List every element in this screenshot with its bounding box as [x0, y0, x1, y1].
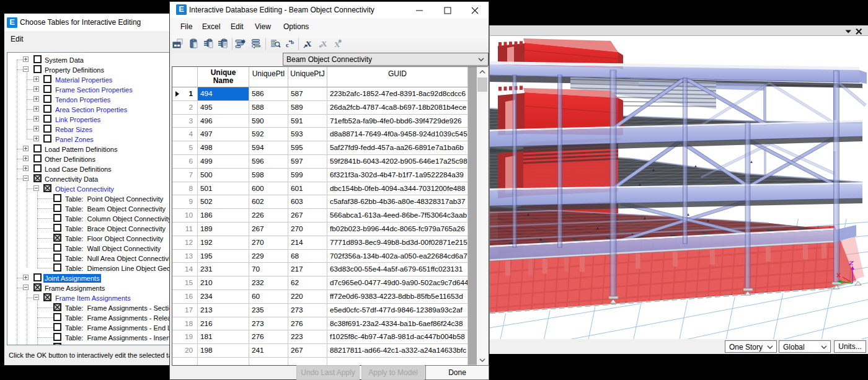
table-row[interactable]: 2019824126788217811-ad66-42c1-a332-a24a1… [172, 344, 468, 358]
close-button[interactable] [461, 2, 489, 18]
checkbox[interactable] [43, 95, 51, 103]
tree-item-label[interactable]: Rebar Sizes [54, 125, 94, 134]
expand-icon[interactable] [33, 76, 39, 82]
table-row[interactable]: 182162732768c38f691-23a2-4334-ba1b-6aef8… [172, 317, 468, 331]
table-row[interactable]: 1623460220ff72e0d6-9383-4223-8dbb-85fb5e… [172, 290, 468, 304]
tree-item-label[interactable]: Table: Frame Assignments - Insertion [64, 334, 170, 342]
tree-item[interactable]: Rebar Sizes [7, 124, 170, 134]
tree-item-label[interactable]: Material Properties [54, 76, 113, 84]
tree-item-label[interactable]: Load Pattern Definitions [43, 145, 118, 154]
tree-item-label[interactable]: Table: Wall Object Connectivity [64, 244, 162, 253]
checkbox[interactable] [43, 105, 51, 113]
cell[interactable]: 566abca1-613a-4eed-86be-7f53064c3aab [327, 209, 468, 223]
expand-icon[interactable] [23, 275, 29, 280]
table-row[interactable]: 142317021763d83c00-55e4-4a5f-a679-651ffc… [172, 263, 468, 276]
tree-item[interactable]: Frame Assignments [7, 283, 170, 293]
tree-item[interactable]: Table: Dimension Line Object Geometry [7, 263, 170, 273]
from-excel-icon[interactable]: X [319, 38, 330, 50]
checkbox[interactable] [53, 194, 61, 202]
expand-icon[interactable] [33, 96, 39, 102]
cell[interactable]: 593 [288, 128, 327, 141]
tree-item-label[interactable]: Tendon Properties [54, 95, 112, 104]
cell[interactable]: 8c38f691-23a2-4334-ba1b-6aef86f24c38 [327, 317, 468, 331]
to-excel-icon[interactable]: X [303, 38, 314, 50]
paste-append-icon[interactable] [203, 38, 215, 50]
tree-item[interactable]: Object Connectivity [7, 183, 170, 193]
tree-item-label[interactable]: Frame Item Assignments [54, 294, 132, 303]
tree-item-label[interactable]: Table: Frame Assignments [64, 343, 149, 346]
tree-item[interactable]: System Data [7, 55, 170, 64]
cell[interactable]: 241 [249, 344, 288, 358]
cell[interactable]: 26da2fcb-4787-4ca8-b697-18b2081b4ece [327, 101, 468, 115]
tree-item[interactable]: Table: Frame Assignments - Releases [7, 312, 170, 322]
cell[interactable]: 595 [288, 141, 327, 155]
cell[interactable]: d7c965e0-0477-49d0-9a90-502ac9c7d644 [327, 276, 468, 290]
cell[interactable]: 586 [249, 87, 288, 101]
tables-tree[interactable]: System DataProperty DefinitionsMaterial … [7, 52, 170, 345]
cell[interactable]: 501 [198, 182, 249, 196]
expand-icon[interactable] [23, 56, 29, 62]
cell[interactable]: 186 [198, 209, 249, 223]
cell[interactable]: 589 [288, 101, 327, 115]
undo-last-apply-button[interactable]: Undo Last Apply [296, 365, 360, 380]
tree-item[interactable]: Load Case Definitions [7, 164, 170, 174]
table-row[interactable]: 9502602603c5afaf38-62bb-4b36-a80e-483283… [172, 195, 468, 209]
table-row[interactable]: 17213235273e5ed0cfc-57df-477d-9846-12389… [172, 304, 468, 317]
menu-excel[interactable]: Excel [202, 22, 220, 31]
cell[interactable]: 276 [288, 317, 327, 331]
tree-item[interactable]: Table: Frame Assignments [7, 342, 170, 345]
cell[interactable]: 592 [249, 128, 288, 141]
close-view-icon[interactable] [856, 28, 862, 35]
units-button[interactable]: Units... [834, 340, 866, 353]
scroll-down-button[interactable] [477, 355, 488, 365]
tree-item-label[interactable]: Other Definitions [43, 155, 97, 164]
coord-system-combo[interactable]: Global [779, 340, 831, 353]
tree-item[interactable]: Joint Assignments [7, 273, 170, 283]
tree-item[interactable]: Other Definitions [7, 154, 170, 164]
tree-item[interactable]: Table: Frame Assignments - End Length [7, 322, 170, 332]
tree-item-label[interactable]: Table: Beam Object Connectivity [64, 205, 167, 213]
checkbox[interactable] [53, 204, 61, 212]
expand-icon[interactable] [23, 166, 29, 171]
cell[interactable]: 70 [249, 263, 288, 276]
cell[interactable]: 229 [249, 250, 288, 263]
tree-item-label[interactable]: Table: Floor Object Connectivity [64, 234, 164, 243]
checkbox[interactable] [53, 214, 61, 222]
cell[interactable]: 213 [198, 304, 249, 317]
checkbox[interactable] [53, 224, 61, 232]
tree-item-label[interactable]: Frame Assignments [43, 284, 106, 293]
tree-item[interactable]: Table: Null Area Object Connectivity [7, 253, 170, 263]
tree-item[interactable]: Area Section Properties [7, 104, 170, 114]
cell[interactable]: 232 [249, 276, 288, 290]
collapse-icon[interactable] [23, 175, 29, 181]
cell[interactable]: 226 [249, 209, 288, 223]
vertical-scrollbar[interactable] [477, 67, 488, 365]
tree-item-label[interactable]: Table: Point Object Connectivity [64, 195, 164, 203]
done-button[interactable]: Done [425, 365, 489, 380]
checkbox[interactable] [33, 65, 42, 73]
table-row[interactable]: 121922702147771d893-8ec9-49b8-bd3d-00f02… [172, 236, 468, 250]
data-grid[interactable]: Unique NameUniquePtIUniquePtJGUID1494586… [172, 66, 488, 366]
checkbox[interactable] [33, 144, 42, 152]
checkbox-checked[interactable] [53, 343, 61, 345]
add-rows-icon[interactable] [235, 38, 246, 50]
col-header-uniquepti[interactable]: UniquePtI [249, 67, 288, 87]
col-header-unique-name[interactable]: Unique Name [198, 67, 249, 87]
tree-item-label[interactable]: Table: Brace Object Connectivity [64, 224, 167, 233]
cell[interactable]: 192 [198, 236, 249, 250]
cell[interactable]: 267 [288, 209, 327, 223]
cell[interactable]: 598 [249, 169, 288, 182]
collapse-icon[interactable] [23, 285, 29, 290]
window-titlebar[interactable]: E Interactive Database Editing - Beam Ob… [170, 2, 489, 18]
checkbox-checked[interactable] [43, 293, 51, 301]
table-row[interactable]: 349659059171efb52a-fa9b-4fe0-bbd6-39f472… [172, 115, 468, 128]
tree-item-label[interactable]: Connectivity Data [43, 175, 99, 183]
table-row[interactable]: 1494586587223b2afc-1852-47ed-8391-8ac92d… [172, 87, 468, 101]
tree-item-label[interactable]: Link Properties [54, 115, 102, 124]
table-row[interactable]: 4497592593d8a88714-7649-4f0a-9458-924d10… [172, 128, 468, 141]
tree-item[interactable]: Link Properties [7, 114, 170, 124]
menu-options[interactable]: Options [283, 22, 309, 31]
cell[interactable]: 60 [249, 290, 288, 304]
checkbox[interactable] [53, 313, 61, 321]
collapse-icon[interactable] [23, 66, 29, 72]
